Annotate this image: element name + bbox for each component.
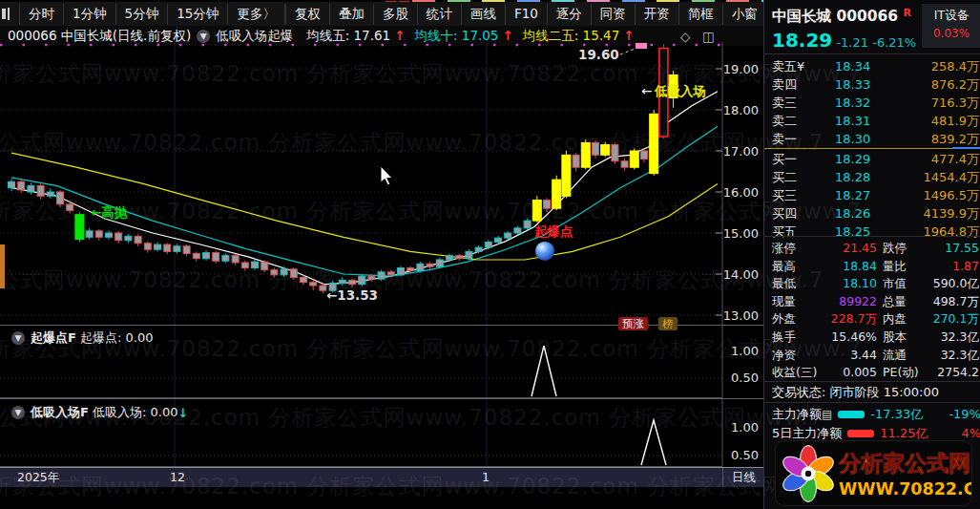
stat-row-3: 现量89922总量498.7万: [764, 293, 980, 311]
price-change: -1.21: [836, 35, 868, 50]
candle: [320, 286, 326, 290]
badge-预涨[interactable]: 预涨: [618, 317, 648, 330]
menu-period-1[interactable]: 1分钟: [64, 4, 116, 25]
candle: [553, 180, 561, 208]
stock-app-window: 分时1分钟5分钟15分钟更多〉 复权叠加多股统计画线F10逐分同资开资简框小窗标…: [0, 0, 980, 509]
candle: [203, 253, 210, 259]
sell-row-3[interactable]: 卖二18.31481.9万: [764, 112, 980, 130]
svg-text:分析家公式网: 分析家公式网: [838, 451, 970, 476]
menu-tool-5[interactable]: F10: [506, 4, 548, 25]
candle: [524, 221, 531, 228]
candle: [18, 181, 25, 190]
candle: [387, 272, 394, 275]
list-icon: ▤: [822, 408, 832, 421]
indicator2-value: 低吸入场: 0.00: [93, 404, 177, 421]
candle: [47, 192, 53, 196]
menu-tool-0[interactable]: 复权: [285, 4, 330, 25]
window-split-icon[interactable]: [8, 8, 10, 20]
price-tick-label: 14.00: [723, 267, 759, 282]
indicator-spike: [532, 346, 556, 396]
candle: [290, 269, 297, 278]
candle: [650, 114, 658, 173]
menu-tool-3[interactable]: 统计: [418, 4, 462, 25]
indicator1-title[interactable]: 起爆点F: [31, 329, 76, 347]
candle: [573, 155, 579, 167]
divider-blue-tip: [952, 147, 980, 149]
flower-icon: [780, 446, 837, 502]
candle: [621, 161, 628, 167]
indicator2-header: ▼ 低吸入场F 低吸入场: 0.00 ↓: [6, 404, 188, 421]
menu-tool-8[interactable]: 开资: [636, 4, 679, 25]
candle: [436, 260, 443, 266]
candle: [28, 186, 34, 192]
left-scroll-indicator[interactable]: [0, 244, 5, 288]
menu-tool-4[interactable]: 画线: [462, 4, 506, 25]
indicator2-title[interactable]: 低吸入场F: [31, 404, 89, 421]
indicator1-header: ▼ 起爆点F 起爆点: 0.00: [6, 329, 154, 347]
sell-row-2[interactable]: 卖三18.32716.3万: [764, 94, 980, 112]
candle: [115, 233, 122, 241]
menu-tool-10[interactable]: 小窗: [723, 4, 767, 25]
menu-tool-2[interactable]: 多股: [374, 4, 418, 25]
price-tick-label: 18.00: [723, 103, 759, 117]
collapse-icon[interactable]: ▼: [11, 331, 25, 345]
menu-tool-9[interactable]: 简框: [679, 4, 723, 25]
candle: [593, 142, 599, 155]
time-axis: 2025年121 日线: [0, 467, 763, 487]
collapse-icon[interactable]: ▼: [11, 406, 25, 419]
menu-period-4[interactable]: 更多〉: [228, 4, 285, 25]
candle: [144, 244, 151, 249]
buy-row-0[interactable]: 买一18.29477.4万: [764, 150, 980, 168]
candle: [106, 233, 113, 237]
price-tick-label: 17.00: [723, 144, 759, 159]
trading-status: 交易状态: 闭市阶段 15:00:00: [772, 384, 939, 401]
candle: [271, 270, 278, 275]
menu-period-2[interactable]: 5分钟: [116, 4, 169, 25]
candle: [261, 262, 268, 270]
candle: [532, 201, 541, 222]
candle: [641, 151, 648, 159]
candle: [359, 276, 365, 285]
candle: [125, 236, 132, 240]
axis-label: 1: [482, 470, 490, 484]
price-change-pct: -6.21%: [872, 35, 916, 50]
candle: [281, 269, 287, 275]
buy-row-3[interactable]: 买四18.264139.9万: [764, 204, 980, 223]
svg-text:1.00: 1.00: [731, 420, 759, 435]
menu-period-0[interactable]: 分时: [19, 4, 64, 25]
indicator1-value: 起爆点: 0.00: [80, 329, 153, 347]
chart-annotation: 19.60: [578, 47, 619, 62]
menu-tool-6[interactable]: 逐分: [548, 4, 592, 25]
sell-row-0[interactable]: 卖五¥18.34258.4万: [764, 57, 980, 75]
quote-panel: 中国长城 000066 R IT设备 0.03% 18.29 -1.21 -6.…: [763, 0, 980, 509]
chevron-down-icon[interactable]: ▼: [197, 30, 210, 43]
candle: [456, 256, 463, 259]
buy-row-4[interactable]: 买五18.251964.8万: [764, 223, 980, 241]
sell-row-4[interactable]: 卖一18.30839.2万: [764, 130, 980, 148]
candle: [562, 155, 571, 196]
candle: [183, 246, 190, 254]
menu-tool-7[interactable]: 同资: [592, 4, 636, 25]
indicator-spike: [641, 420, 666, 465]
price-tick-label: 13.00: [723, 308, 759, 323]
candle: [368, 276, 375, 279]
menu-period-3[interactable]: 15分钟: [168, 4, 228, 25]
stat-row-7: 收益(三)0.005PE(动)2754.2: [764, 364, 980, 382]
candle: [475, 247, 482, 251]
stat-row-0: 涨停21.45跌停17.55: [764, 240, 980, 258]
industry-block[interactable]: IT设备 0.03%: [922, 4, 980, 48]
candle: [9, 181, 15, 187]
stat-row-1: 最高18.84量比1.87: [764, 258, 980, 276]
sell-row-1[interactable]: 卖四18.33876.2万: [764, 75, 980, 94]
candle: [505, 233, 511, 238]
industry-change: 0.03%: [922, 27, 980, 40]
candle: [95, 231, 102, 237]
menu-tool-1[interactable]: 叠加: [330, 4, 374, 25]
buy-row-2[interactable]: 买三18.271496.5万: [764, 186, 980, 204]
buy-row-1[interactable]: 买二18.281454.4万: [764, 168, 980, 186]
candle: [135, 236, 141, 243]
candle: [241, 263, 248, 268]
period-selector[interactable]: 日线: [722, 468, 764, 487]
badge-榜[interactable]: 榜: [658, 317, 678, 330]
top-menubar: 分时1分钟5分钟15分钟更多〉 复权叠加多股统计画线F10逐分同资开资简框小窗标…: [0, 2, 763, 27]
